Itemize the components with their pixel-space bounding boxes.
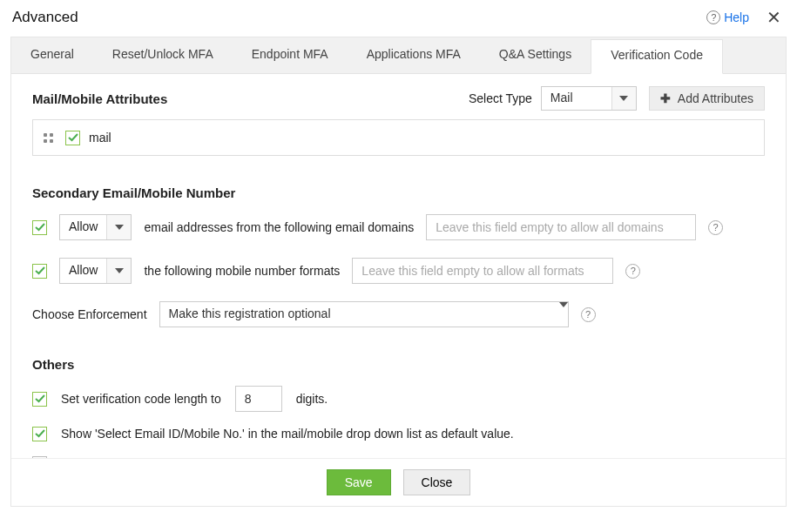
help-label: Help [724, 10, 749, 24]
plus-icon: ✚ [660, 91, 671, 105]
attribute-list: mail [32, 119, 765, 156]
code-length-pre: Set verification code length to [61, 391, 221, 407]
tab-applications-mfa[interactable]: Applications MFA [348, 37, 480, 73]
select-type-dropdown[interactable]: Mail [541, 86, 637, 111]
help-icon[interactable]: ? [581, 307, 596, 322]
email-domain-row: Allow email addresses from the following… [32, 214, 765, 240]
enforcement-value: Make this registration optional [160, 302, 559, 327]
email-domain-text: email addresses from the following email… [144, 220, 414, 234]
enforcement-label: Choose Enforcement [32, 307, 147, 321]
code-length-row: Set verification code length to digits. [32, 386, 765, 412]
mobile-format-input[interactable] [352, 258, 613, 284]
mobile-format-mode-value: Allow [60, 259, 106, 283]
chevron-down-icon [611, 87, 636, 110]
code-length-input[interactable] [235, 386, 282, 412]
close-icon[interactable]: ✕ [763, 7, 785, 28]
help-icon[interactable]: ? [625, 264, 640, 279]
show-default-text: Show 'Select Email ID/Mobile No.' in the… [61, 426, 514, 441]
select-type-label: Select Type [469, 91, 532, 105]
tab-general[interactable]: General [11, 37, 93, 73]
attribute-name: mail [89, 131, 111, 145]
help-icon: ? [706, 10, 720, 24]
email-domain-checkbox[interactable] [32, 220, 47, 235]
footer: Save Close [11, 458, 786, 506]
tab-verification-code[interactable]: Verification Code [591, 39, 723, 74]
add-attributes-button[interactable]: ✚ Add Attributes [649, 86, 765, 111]
email-domain-mode-select[interactable]: Allow [59, 214, 132, 240]
email-domain-mode-value: Allow [60, 215, 106, 239]
mobile-format-row: Allow the following mobile number format… [32, 258, 765, 284]
secondary-heading: Secondary Email/Mobile Number [32, 185, 765, 200]
tab-endpoint-mfa[interactable]: Endpoint MFA [233, 37, 348, 73]
save-button[interactable]: Save [327, 469, 391, 495]
mobile-format-checkbox[interactable] [32, 264, 47, 279]
mail-attributes-heading: Mail/Mobile Attributes [32, 91, 469, 106]
partial-hide-checkbox[interactable] [32, 456, 47, 458]
partial-hide-row: Partially hide Email ID/Mobile No. on MF… [32, 455, 765, 458]
add-attributes-label: Add Attributes [678, 91, 753, 105]
close-button[interactable]: Close [403, 469, 471, 495]
partial-hide-text: Partially hide Email ID/Mobile No. on MF… [61, 455, 327, 458]
page-title: Advanced [12, 9, 706, 26]
select-type-value: Mail [542, 87, 611, 110]
help-icon[interactable]: ? [708, 220, 723, 235]
email-domain-input[interactable] [426, 214, 696, 240]
tab-bar: General Reset/Unlock MFA Endpoint MFA Ap… [11, 37, 786, 74]
enforcement-select[interactable]: Make this registration optional [159, 301, 569, 327]
code-length-checkbox[interactable] [32, 392, 47, 407]
chevron-down-icon [106, 259, 131, 283]
mobile-format-mode-select[interactable]: Allow [59, 258, 132, 284]
chevron-down-icon [106, 215, 131, 239]
mobile-format-text: the following mobile number formats [144, 264, 340, 278]
help-link[interactable]: ? Help [706, 10, 749, 24]
show-default-row: Show 'Select Email ID/Mobile No.' in the… [32, 426, 765, 441]
attribute-checkbox[interactable] [65, 131, 80, 145]
others-heading: Others [32, 357, 765, 372]
chevron-down-icon [559, 302, 568, 327]
drag-handle-icon[interactable] [40, 130, 57, 146]
show-default-checkbox[interactable] [32, 427, 47, 441]
tab-qa-settings[interactable]: Q&A Settings [480, 37, 591, 73]
code-length-post: digits. [296, 391, 328, 407]
tab-reset-unlock-mfa[interactable]: Reset/Unlock MFA [93, 37, 233, 73]
